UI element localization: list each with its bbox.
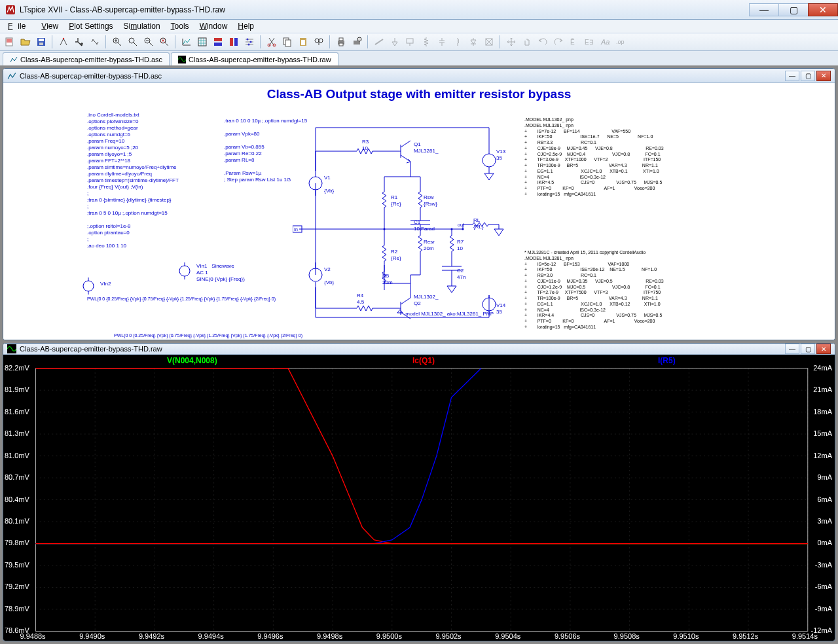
zoom-in-button[interactable] xyxy=(110,35,124,49)
print-button[interactable] xyxy=(334,35,348,49)
menu-file[interactable]: File xyxy=(3,20,36,32)
trace2-label[interactable]: Ic(Q1) xyxy=(412,356,435,365)
y-right-tick: -3mA xyxy=(815,561,832,569)
x-tick: 9.9510s xyxy=(673,632,699,640)
diode-button xyxy=(466,35,481,49)
trace1-label[interactable]: V(N004,N008) xyxy=(167,356,217,365)
find-button[interactable] xyxy=(312,35,326,49)
r3-label: R3 10 xyxy=(362,139,369,152)
svg-point-40 xyxy=(83,281,94,291)
window-titlebar: LTspice XVII - Class-AB-supercap-emitter… xyxy=(0,0,838,20)
svg-point-19 xyxy=(248,44,250,46)
svg-point-26 xyxy=(315,39,319,43)
window-maximize-button[interactable]: ▢ xyxy=(778,3,809,16)
menu-simulation[interactable]: Simulation xyxy=(118,20,166,32)
pan-button[interactable] xyxy=(126,35,140,49)
waveform-titlebar: Class-AB-supercap-emitter-bypass-THD.raw… xyxy=(3,344,835,355)
svg-point-20 xyxy=(268,44,270,46)
x-tick: 9.9498s xyxy=(317,632,342,640)
y-left-tick: 79.2mV xyxy=(5,582,29,590)
model-ref[interactable]: .model MJL1302_ ako:MJL3281_ PNP xyxy=(404,311,494,317)
schematic-file-icon xyxy=(7,71,16,80)
svg-text:Ě: Ě xyxy=(570,38,575,46)
save-button[interactable] xyxy=(34,35,48,49)
zoom-out-button[interactable] xyxy=(141,35,156,49)
pwl-comment[interactable]: PWL(0 0 {0.25/Freq} {Vpk} {0.75/Freq} {-… xyxy=(114,333,302,339)
new-schematic-button[interactable] xyxy=(3,35,17,49)
tile-horiz-button[interactable] xyxy=(211,35,225,49)
window-title: LTspice XVII - Class-AB-supercap-emitter… xyxy=(20,5,750,14)
schematic-file-icon xyxy=(10,56,18,63)
svg-rect-23 xyxy=(285,40,291,46)
y-left-tick: 80.4mV xyxy=(5,495,29,503)
paste-button[interactable] xyxy=(296,35,310,49)
tab-schematic[interactable]: Class-AB-supercap-emitter-bypass-THD.asc xyxy=(3,52,170,65)
waveform-file-icon xyxy=(178,56,186,63)
add-trace-button[interactable] xyxy=(195,35,210,49)
svg-point-5 xyxy=(63,38,64,39)
select-steps-button[interactable] xyxy=(242,35,257,49)
svg-rect-30 xyxy=(339,43,343,46)
y-left-tick: 82.2mV xyxy=(5,364,29,372)
schematic-title: Class-AB Output stage with emitter resis… xyxy=(3,87,835,101)
tab-label: Class-AB-supercap-emitter-bypass-THD.raw xyxy=(189,56,331,63)
waveform-window: Class-AB-supercap-emitter-bypass-THD.raw… xyxy=(3,343,835,641)
cut-button[interactable] xyxy=(264,35,279,49)
window-close-button[interactable]: ✕ xyxy=(808,3,838,16)
work-area: Class-AB-supercap-emitter-bypass-THD.asc… xyxy=(0,65,838,644)
resistor-button xyxy=(419,35,433,49)
x-tick: 9.9508s xyxy=(614,632,640,640)
mdi-maximize-button[interactable]: ▢ xyxy=(801,344,815,354)
waveform-window-title: Class-AB-supercap-emitter-bypass-THD.raw xyxy=(20,345,162,353)
vin1-source-symbol[interactable] xyxy=(175,261,194,281)
halt-button[interactable] xyxy=(88,35,102,49)
svg-rect-14 xyxy=(214,43,222,46)
copy-button[interactable] xyxy=(280,35,295,49)
r7-label: R7 10 xyxy=(457,239,464,252)
resr-label: Resr 20m xyxy=(424,239,435,252)
mdi-maximize-button[interactable]: ▢ xyxy=(801,71,815,81)
model-npn-block[interactable]: * MJL3281C - created April 15, 2011 copy… xyxy=(524,250,664,331)
mdi-close-button[interactable]: ✕ xyxy=(816,344,831,354)
open-button[interactable] xyxy=(18,35,33,49)
pwl-text[interactable]: PWL(0 0 {0.25/Freq} {Vpk} {0.75/Freq} {-… xyxy=(87,296,276,302)
y-right-tick: -9mA xyxy=(815,605,832,613)
menu-plot-settings[interactable]: Plot Settings xyxy=(64,20,118,32)
waveform-canvas[interactable]: V(N004,N008) Ic(Q1) I(R5) 82.2mV81.9mV81… xyxy=(3,355,835,641)
svg-text:In: In xyxy=(294,227,298,232)
svg-point-44 xyxy=(462,228,464,230)
menu-window[interactable]: Window xyxy=(194,20,233,32)
schematic-window-title: Class-AB-supercap-emitter-bypass-THD.asc xyxy=(20,72,162,80)
trace3-label[interactable]: I(R5) xyxy=(658,356,676,365)
vin2-source-symbol[interactable] xyxy=(79,276,98,296)
mdi-minimize-button[interactable]: — xyxy=(785,71,799,81)
menu-view[interactable]: View xyxy=(36,20,64,32)
svg-point-27 xyxy=(319,39,323,43)
q1-label: Q1 MJL3281_ xyxy=(414,141,438,154)
mdi-minimize-button[interactable]: — xyxy=(785,344,799,354)
autorange-button[interactable] xyxy=(179,35,194,49)
x-tick: 9.9504s xyxy=(495,632,520,640)
spice-options-block[interactable]: .ino Cordell-models.txt .options plotwin… xyxy=(87,112,179,249)
y-left-tick: 78.9mV xyxy=(5,605,29,613)
waveform-file-icon xyxy=(7,344,16,353)
x-tick: 9.9488s xyxy=(20,632,45,640)
v13-label: V13 35 xyxy=(496,149,505,162)
tile-vert-button[interactable] xyxy=(227,35,241,49)
schematic-canvas[interactable]: Class-AB Output stage with emitter resis… xyxy=(3,83,835,340)
tab-waveform[interactable]: Class-AB-supercap-emitter-bypass-THD.raw xyxy=(171,52,338,65)
tab-label: Class-AB-supercap-emitter-bypass-THD.asc xyxy=(20,56,162,63)
print-setup-button[interactable] xyxy=(350,35,364,49)
q2-label: MJL1302_ Q2 xyxy=(414,294,438,307)
run-button[interactable] xyxy=(72,35,86,49)
window-minimize-button[interactable]: — xyxy=(749,3,779,16)
menu-tools[interactable]: Tools xyxy=(166,20,194,32)
control-panel-button[interactable] xyxy=(56,35,71,49)
y-right-tick: 0mA xyxy=(817,539,832,546)
zoom-full-button[interactable] xyxy=(157,35,172,49)
menu-help[interactable]: Help xyxy=(232,20,259,32)
model-pnp-block[interactable]: .MODEL MJL1302_ pnp .MODEL MJL3281_ npn … xyxy=(524,117,664,198)
v1-label: V1 {Vb} xyxy=(324,175,334,194)
y-right-tick: 18mA xyxy=(813,408,832,416)
mdi-close-button[interactable]: ✕ xyxy=(816,71,831,81)
